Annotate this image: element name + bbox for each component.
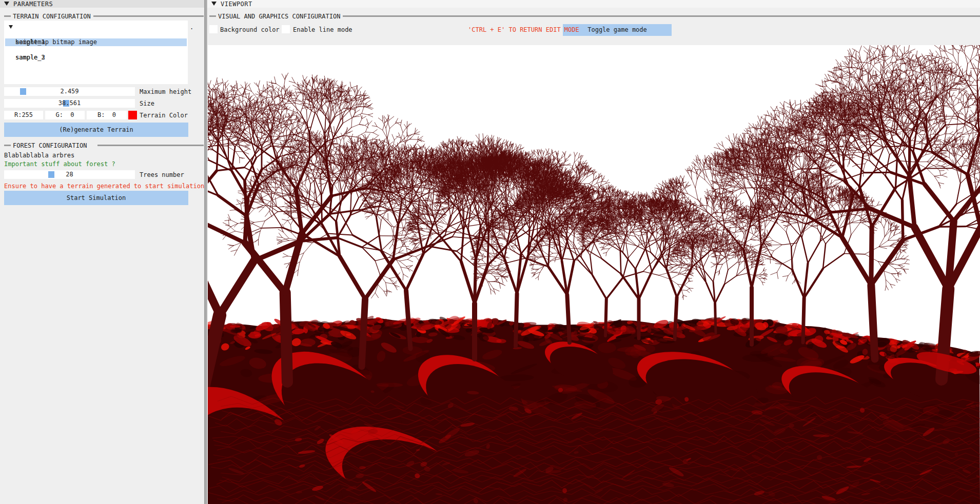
forest-info-text: Blablablabla arbres bbox=[4, 152, 74, 159]
terrain-color-g-field[interactable]: G: 0 bbox=[45, 111, 85, 119]
simulation-warning-text: Ensure to have a terrain generated to st… bbox=[4, 183, 204, 190]
parameters-panel: PARAMETERS TERRAIN CONFIGURATION heightm… bbox=[0, 0, 204, 504]
forest-section-title: FOREST CONFIGURATION bbox=[13, 142, 87, 149]
terrain-color-r-field[interactable]: R:255 bbox=[4, 111, 43, 119]
viewport-render[interactable] bbox=[208, 45, 980, 504]
separator-line bbox=[93, 15, 204, 17]
slider-grab[interactable] bbox=[20, 88, 26, 95]
enable-line-mode-checkbox[interactable] bbox=[282, 25, 290, 33]
maximum-height-label: Maximum height bbox=[140, 88, 191, 95]
edit-mode-hint-text: 'CTRL + E' TO RETURN EDIT MODE bbox=[468, 26, 579, 33]
terrain-color-b-field[interactable]: B: 0 bbox=[87, 111, 127, 119]
background-color-checkbox[interactable] bbox=[209, 25, 218, 33]
enable-line-mode-label: Enable line mode bbox=[293, 26, 352, 33]
listbox-side-label: . bbox=[190, 24, 193, 31]
collapse-arrow-icon[interactable] bbox=[211, 2, 217, 6]
size-slider[interactable]: 38.561 bbox=[4, 99, 135, 108]
start-simulation-button[interactable]: Start Simulation bbox=[4, 191, 188, 205]
trees-number-label: Trees number bbox=[140, 171, 184, 178]
heightmap-tree-node[interactable]: heightmap bitmap image bbox=[4, 23, 188, 31]
tree-open-arrow-icon[interactable] bbox=[9, 25, 13, 29]
parameters-title: PARAMETERS bbox=[13, 1, 53, 8]
toggle-game-mode-button[interactable]: Toggle game mode bbox=[563, 24, 672, 36]
collapse-arrow-icon[interactable] bbox=[4, 2, 9, 6]
separator-dash bbox=[209, 15, 216, 17]
maximum-height-slider[interactable]: 2.459 bbox=[4, 87, 135, 96]
background-color-label: Background color bbox=[220, 26, 280, 33]
heightmap-listbox: heightmap bitmap image sample_1 sample_2… bbox=[4, 21, 188, 84]
terrain-color-label: Terrain Color bbox=[140, 112, 188, 119]
slider-grab[interactable] bbox=[48, 171, 54, 178]
listbox-item-sample-1[interactable]: sample_1 bbox=[4, 31, 188, 38]
terrain-section-separator: TERRAIN CONFIGURATION bbox=[0, 12, 204, 19]
regenerate-terrain-button[interactable]: (Re)generate Terrain bbox=[4, 123, 188, 137]
separator-line bbox=[343, 15, 980, 17]
size-label: Size bbox=[140, 100, 154, 107]
forest-question-text: Important stuff about forest ? bbox=[4, 160, 115, 168]
separator-dash bbox=[4, 145, 11, 146]
trees-number-slider[interactable]: 28 bbox=[4, 170, 135, 179]
separator-dash bbox=[4, 15, 11, 17]
listbox-item-sample-3[interactable]: sample_3 bbox=[4, 46, 188, 54]
separator-line bbox=[97, 145, 204, 146]
visual-section-separator: VISUAL AND GRAPHICS CONFIGURATION bbox=[207, 12, 980, 19]
terrain-section-title: TERRAIN CONFIGURATION bbox=[13, 13, 91, 20]
terrain-color-swatch[interactable] bbox=[128, 111, 137, 119]
visual-section-title: VISUAL AND GRAPHICS CONFIGURATION bbox=[218, 13, 340, 20]
parameters-header[interactable]: PARAMETERS bbox=[0, 0, 204, 8]
viewport-title: VIEWPORT bbox=[221, 1, 252, 8]
viewport-header[interactable]: VIEWPORT bbox=[207, 0, 980, 8]
app-window: PARAMETERS TERRAIN CONFIGURATION heightm… bbox=[0, 0, 980, 504]
forest-section-separator: FOREST CONFIGURATION bbox=[0, 142, 204, 149]
